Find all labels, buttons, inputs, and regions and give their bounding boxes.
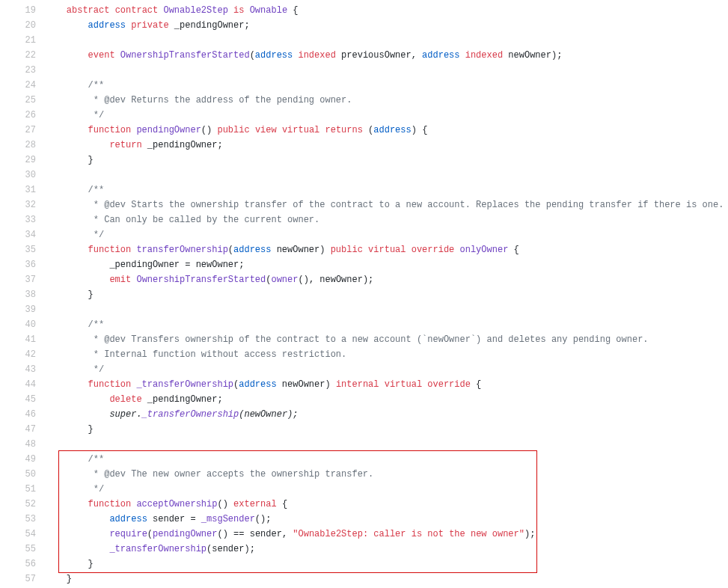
token-kw: emit — [109, 275, 136, 285]
code-line: super._transferOwnership(newOwner); — [45, 407, 728, 422]
line-number: 46 — [0, 407, 36, 422]
code-line — [45, 33, 728, 48]
token-plain: ); — [551, 50, 562, 61]
token-plain: ) { — [412, 125, 428, 135]
token-kw: virtual — [368, 245, 412, 255]
code-line: */ — [45, 108, 728, 123]
token-type: address — [233, 245, 277, 255]
code-line: * @dev Transfers ownership of the contra… — [45, 332, 728, 347]
token-plain: { — [476, 379, 481, 390]
token-fn: acceptOwnership — [136, 499, 217, 509]
token-kw: virtual — [282, 125, 325, 135]
code-line: function acceptOwnership() external { — [45, 497, 728, 512]
token-id: newOwner — [277, 245, 320, 255]
code-line: emit OwnershipTransferStarted(owner(), n… — [45, 272, 728, 287]
line-number: 41 — [0, 332, 36, 347]
code-line: } — [45, 422, 728, 437]
token-id: super — [109, 409, 136, 420]
token-fn: _transferOwnership — [136, 379, 233, 390]
token-cm: */ — [88, 364, 105, 375]
token-plain: (sender); — [207, 544, 255, 554]
line-number: 21 — [0, 33, 36, 48]
token-plain: (newOwner); — [239, 409, 298, 420]
token-cm: /** — [88, 319, 105, 330]
line-number: 31 — [0, 183, 36, 197]
token-plain: { — [514, 245, 519, 255]
token-cm: * @dev Returns the address of the pendin… — [88, 95, 352, 105]
token-kw: contract — [115, 5, 164, 16]
line-number: 51 — [0, 482, 36, 497]
line-number: 45 — [0, 392, 36, 407]
token-kw: public — [331, 245, 368, 255]
token-plain: () — [217, 499, 233, 509]
code-line: } — [45, 557, 728, 572]
token-cm: /** — [88, 185, 105, 195]
line-number: 25 — [0, 93, 36, 108]
token-plain: (), newOwner); — [298, 275, 373, 285]
token-plain: ( — [147, 529, 153, 539]
token-kw: override — [412, 245, 460, 255]
line-number: 33 — [0, 212, 36, 227]
token-fn: Ownable2Step — [163, 5, 233, 16]
code-line: function pendingOwner() public view virt… — [45, 123, 728, 138]
line-number: 53 — [0, 512, 36, 527]
token-id: _pendingOwner; — [147, 140, 223, 150]
token-kw: delete — [109, 394, 147, 405]
token-type: address — [88, 20, 132, 31]
line-number: 37 — [0, 272, 36, 287]
token-cm: */ — [88, 110, 105, 120]
token-kw: view — [255, 125, 282, 135]
code-line: */ — [45, 482, 728, 497]
code-line: } — [45, 572, 728, 587]
line-number: 26 — [0, 108, 36, 123]
token-kw: virtual — [385, 379, 428, 390]
code-line: address private _pendingOwner; — [45, 18, 728, 33]
token-cm: /** — [88, 80, 105, 91]
line-number: 52 — [0, 497, 36, 512]
code-line: /** — [45, 78, 728, 93]
line-number: 48 — [0, 437, 36, 452]
token-str: "Ownable2Step: caller is not the new own… — [293, 529, 524, 539]
code-line: * Internal function without access restr… — [45, 347, 728, 362]
code-line: _transferOwnership(sender); — [45, 542, 728, 557]
token-fn: pendingOwner — [153, 529, 217, 539]
token-fn: owner — [271, 275, 298, 285]
code-line: * @dev Returns the address of the pendin… — [45, 93, 728, 108]
code-line: * @dev The new owner accepts the ownersh… — [45, 467, 728, 482]
line-number: 35 — [0, 242, 36, 257]
token-plain: () — [201, 125, 218, 135]
code-line: */ — [45, 362, 728, 377]
code-line: * @dev Starts the ownership transfer of … — [45, 197, 728, 212]
token-fn: _transferOwnership — [142, 409, 239, 420]
token-plain: } — [88, 559, 94, 569]
token-kw: is — [233, 5, 250, 16]
line-number: 30 — [0, 168, 36, 183]
line-number: 34 — [0, 227, 36, 242]
token-kw: event — [88, 50, 120, 61]
code-line: /** — [45, 183, 728, 197]
line-number: 36 — [0, 257, 36, 272]
token-plain: ( — [250, 50, 255, 61]
token-fn: _msgSender — [201, 514, 255, 524]
token-fn: Ownable — [250, 5, 293, 16]
code-line: } — [45, 153, 728, 168]
code-area: abstract contract Ownable2Step is Ownabl… — [45, 3, 728, 587]
line-number-gutter: 1920212223242526272829303132333435363738… — [0, 3, 45, 587]
code-line: require(pendingOwner() == sender, "Ownab… — [45, 527, 728, 542]
token-kw: override — [427, 379, 476, 390]
token-fn: transferOwnership — [136, 245, 227, 255]
token-plain: , — [412, 50, 422, 61]
code-line: delete _pendingOwner; — [45, 392, 728, 407]
line-number: 27 — [0, 123, 36, 138]
token-fn: OwnershipTransferStarted — [136, 275, 266, 285]
token-plain: } — [88, 155, 94, 165]
line-number: 50 — [0, 467, 36, 482]
token-fn: OwnershipTransferStarted — [120, 50, 250, 61]
token-plain: } — [88, 290, 94, 300]
token-kw: private — [131, 20, 174, 31]
line-number: 55 — [0, 542, 36, 557]
token-id: _pendingOwner; — [174, 20, 250, 31]
token-kw: function — [88, 379, 137, 390]
token-cm: */ — [88, 484, 105, 494]
token-type: address — [109, 514, 153, 524]
